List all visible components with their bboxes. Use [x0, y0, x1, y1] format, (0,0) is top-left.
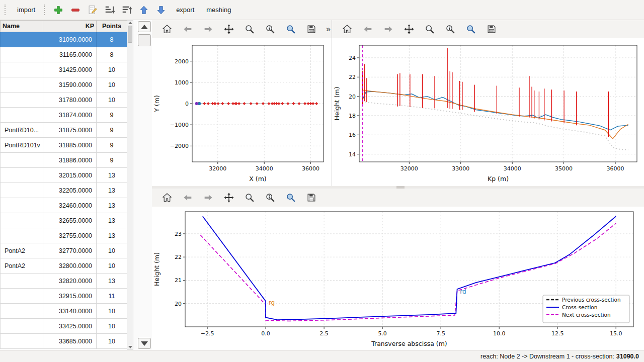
remove-cross-section-button[interactable]: [68, 3, 84, 18]
cell-kp[interactable]: 31590.0000: [43, 77, 97, 93]
table-row[interactable]: 33425.000010: [1, 319, 127, 334]
move-down-button[interactable]: [154, 3, 169, 18]
plan-view-chart[interactable]: 320003400036000−2000−1000010002000X (m)Y…: [152, 38, 332, 185]
column-header-kp[interactable]: KP: [43, 21, 97, 32]
cell-points[interactable]: 13: [97, 183, 127, 198]
table-row[interactable]: PontRD101v31885.00009: [1, 138, 127, 153]
table-row[interactable]: 33685.000010: [1, 334, 127, 349]
move-up-button[interactable]: [137, 3, 152, 18]
toolbar-grip[interactable]: [5, 5, 9, 15]
save-button[interactable]: [485, 22, 499, 36]
column-header-points[interactable]: Points: [97, 21, 127, 32]
customize-button[interactable]: [464, 22, 478, 36]
cell-points[interactable]: 13: [97, 274, 127, 289]
menu-import[interactable]: import: [12, 4, 40, 16]
cell-name[interactable]: [1, 93, 43, 108]
table-row[interactable]: PontA232770.000010: [1, 243, 127, 258]
cell-name[interactable]: [1, 334, 43, 349]
table-row[interactable]: 32820.000013: [1, 274, 127, 289]
cell-kp[interactable]: 32915.0000: [43, 289, 97, 304]
home-button[interactable]: [160, 22, 174, 36]
customize-button[interactable]: [284, 22, 298, 36]
cell-name[interactable]: [1, 274, 43, 289]
home-button[interactable]: [340, 22, 354, 36]
splitter-handle[interactable]: [396, 186, 405, 189]
menu-export[interactable]: export: [171, 4, 199, 16]
cell-kp[interactable]: 33685.0000: [43, 334, 97, 349]
table-row[interactable]: PontRD10...31875.00009: [1, 123, 127, 138]
cell-name[interactable]: [1, 32, 43, 47]
cell-kp[interactable]: 31886.0000: [43, 153, 97, 168]
home-button[interactable]: [160, 191, 174, 205]
cell-kp[interactable]: 32770.0000: [43, 243, 97, 258]
cell-points[interactable]: 13: [97, 228, 127, 243]
customize-button[interactable]: [284, 191, 298, 205]
cell-points[interactable]: 9: [97, 108, 127, 123]
cell-points[interactable]: 10: [97, 243, 127, 258]
table-row[interactable]: 31165.00008: [1, 47, 127, 62]
cell-name[interactable]: [1, 183, 43, 198]
back-button[interactable]: [181, 191, 195, 205]
cell-name[interactable]: [1, 213, 43, 228]
table-row[interactable]: 31425.000010: [1, 62, 127, 77]
cell-name[interactable]: [1, 198, 43, 213]
cell-kp[interactable]: 31780.0000: [43, 93, 97, 108]
table-row[interactable]: 31590.000010: [1, 77, 127, 93]
pan-button[interactable]: [222, 191, 236, 205]
cell-kp[interactable]: 32015.0000: [43, 168, 97, 183]
forward-button[interactable]: [201, 22, 215, 36]
add-cross-section-button[interactable]: [51, 3, 66, 18]
cell-name[interactable]: [1, 228, 43, 243]
table-scrollbar[interactable]: [127, 20, 133, 350]
cell-kp[interactable]: 32460.0000: [43, 198, 97, 213]
cell-name[interactable]: [1, 304, 43, 319]
cell-points[interactable]: 10: [97, 319, 127, 334]
cell-points[interactable]: 8: [97, 47, 127, 62]
edit-cross-section-button[interactable]: [86, 3, 101, 18]
table-row[interactable]: 31780.000010: [1, 93, 127, 108]
cell-name[interactable]: PontRD10...: [1, 123, 43, 138]
zoom-button[interactable]: [243, 191, 257, 205]
cell-points[interactable]: 10: [97, 93, 127, 108]
table-row[interactable]: 32915.000011: [1, 289, 127, 304]
back-button[interactable]: [361, 22, 375, 36]
column-header-name[interactable]: Name: [1, 21, 43, 32]
cell-kp[interactable]: 32800.0000: [43, 258, 97, 274]
cell-name[interactable]: [1, 77, 43, 93]
sort-descending-button[interactable]: [120, 3, 135, 18]
zoom-button[interactable]: [423, 22, 437, 36]
cell-name[interactable]: [1, 319, 43, 334]
scroll-up-button[interactable]: [138, 21, 151, 32]
back-button[interactable]: [181, 22, 195, 36]
cell-name[interactable]: [1, 168, 43, 183]
cell-points[interactable]: 11: [97, 289, 127, 304]
table-row[interactable]: 32755.000013: [1, 228, 127, 243]
cell-name[interactable]: [1, 289, 43, 304]
cell-name[interactable]: [1, 62, 43, 77]
table-row[interactable]: 31886.00009: [1, 153, 127, 168]
table-row[interactable]: 32460.000013: [1, 198, 127, 213]
cell-points[interactable]: 13: [97, 213, 127, 228]
table-row[interactable]: 32205.000013: [1, 183, 127, 198]
cell-kp[interactable]: 33425.0000: [43, 319, 97, 334]
cell-name[interactable]: [1, 47, 43, 62]
cell-name[interactable]: [1, 108, 43, 123]
subplots-button[interactable]: [263, 191, 277, 205]
subplots-button[interactable]: [263, 22, 277, 36]
cell-kp[interactable]: 31090.0000: [43, 32, 97, 47]
cell-kp[interactable]: 31425.0000: [43, 62, 97, 77]
toolbar-grip[interactable]: [44, 5, 48, 15]
table-row[interactable]: 31090.00008: [1, 32, 127, 47]
scrollbar-thumb[interactable]: [138, 34, 151, 46]
cell-kp[interactable]: 32205.0000: [43, 183, 97, 198]
cell-points[interactable]: 9: [97, 153, 127, 168]
cell-points[interactable]: 10: [97, 258, 127, 274]
cell-kp[interactable]: 33140.0000: [43, 304, 97, 319]
cell-kp[interactable]: 31875.0000: [43, 123, 97, 138]
cell-points[interactable]: 10: [97, 62, 127, 77]
cell-points[interactable]: 8: [97, 32, 127, 47]
table-row[interactable]: 32655.000013: [1, 213, 127, 228]
scroll-down-button[interactable]: [138, 338, 151, 349]
forward-button[interactable]: [201, 191, 215, 205]
horizontal-splitter[interactable]: [152, 186, 644, 189]
